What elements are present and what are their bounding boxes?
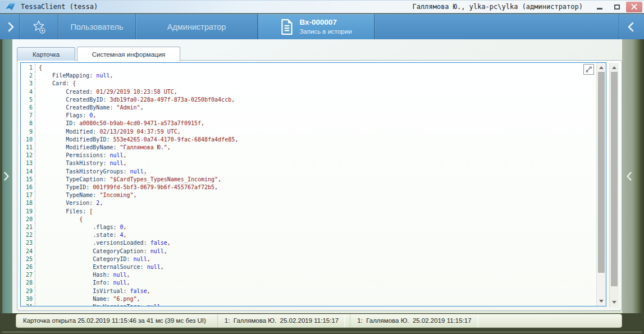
line-number: 24 [21, 248, 35, 255]
line-text: IsVirtual: false, [35, 287, 150, 295]
line-number: 15 [21, 176, 35, 184]
line-number: 28 [21, 279, 35, 287]
line-text: .versionsLoaded: false, [35, 239, 171, 247]
code-line: 17 TypeName: "Incoming", [21, 191, 596, 199]
code-line: 4 Created: 01/29/2019 10:23:58 UTC, [21, 88, 596, 96]
line-number: 10 [21, 136, 35, 144]
line-text: TypeName: "Incoming", [35, 191, 137, 199]
right-panel-expander[interactable] [622, 39, 644, 313]
left-panel-expander[interactable] [0, 39, 12, 313]
code-line: 10 ModifiedByID: 553e4265-0a74-4170-9fac… [21, 136, 596, 144]
close-button[interactable] [626, 2, 642, 12]
code-line: 18 Version: 2, [21, 199, 596, 207]
scroll-up-icon[interactable] [612, 66, 616, 69]
code-line: 2 FileMapping: null, [21, 72, 596, 80]
line-number: 23 [21, 239, 35, 247]
nav-forward-button[interactable] [2, 14, 19, 39]
line-number: 26 [21, 263, 35, 271]
title-bar: TessaClient (tessa) Галлямова Ю., ylka-p… [0, 0, 644, 13]
minimize-icon [597, 8, 602, 10]
line-text: TaskHistoryGroups: null, [35, 168, 147, 176]
line-text: ModifiedByName: "Галлямова Ю.", [35, 144, 171, 152]
line-text: .flags: 0, [35, 223, 127, 231]
toolbar-tab-card-active[interactable]: Вх-000007 Запись в истории [258, 14, 374, 39]
maximize-button[interactable] [609, 2, 625, 12]
line-text: Card: { [35, 80, 76, 88]
line-number: 4 [21, 88, 35, 96]
toolbar-tab-admin[interactable]: Администратор [136, 14, 257, 39]
nav-back-button[interactable] [619, 14, 642, 39]
line-number: 25 [21, 255, 35, 263]
chevron-right-icon [8, 22, 14, 32]
page-scrollbar[interactable] [609, 63, 619, 307]
line-text: TaskHistory: null, [35, 159, 127, 167]
line-number: 30 [21, 295, 35, 303]
minimize-button[interactable] [591, 2, 608, 12]
line-text: FileMapping: null, [35, 72, 113, 80]
code-line: 5 CreatedByID: 3db19fa0-228a-497f-873a-0… [21, 96, 596, 104]
line-text: ID: a0080c50-b9ab-4cd0-9471-a573a7f0915f… [35, 120, 204, 127]
code-editor[interactable]: 1{2 FileMapping: null,3 Card: {4 Created… [20, 62, 606, 306]
line-text: Modified: 02/13/2019 04:37:59 UTC, [35, 128, 181, 136]
code-line: 13 TaskHistory: null, [21, 159, 596, 167]
close-icon [631, 4, 637, 10]
line-text: Hash: null, [35, 271, 130, 279]
line-text: CreatedByID: 3db19fa0-228a-497f-873a-025… [35, 96, 235, 104]
scroll-down-icon[interactable] [612, 301, 616, 304]
user-info: Галлямова Ю., ylka-pc\ylka (администрато… [413, 3, 583, 11]
line-text: Flags: 0, [35, 112, 96, 120]
expand-editor-button[interactable] [583, 64, 594, 75]
line-number: 8 [21, 120, 35, 127]
code-line: 23 .versionsLoaded: false, [21, 239, 596, 247]
maximize-icon [614, 4, 620, 10]
add-favorite-button[interactable] [20, 14, 58, 39]
status-history-1: 1: Галлямова Ю. 25.02.2019 11:15:17 [217, 314, 345, 327]
line-number: 31 [21, 303, 35, 306]
code-line: 8 ID: a0080c50-b9ab-4cd0-9471-a573a7f091… [21, 120, 596, 127]
status-history-2: 1: Галлямова Ю. 25.02.2019 11:15:17 [350, 314, 478, 327]
tab-strip: Карточка Системная информация [17, 47, 180, 61]
line-text: ModifiedByID: 553e4265-0a74-4170-9fac-68… [35, 136, 238, 144]
code-line: 16 TypeID: 001f99fd-5bf3-0679-9b6f-45576… [21, 184, 596, 191]
code-line: 30 Name: "6.png", [21, 295, 596, 303]
code-line: 14 TaskHistoryGroups: null, [21, 168, 596, 176]
code-line: 19 Files: [ [21, 208, 596, 216]
line-text: Created: 01/29/2019 10:23:58 UTC, [35, 88, 177, 96]
line-number: 20 [21, 216, 35, 223]
tab-system-info[interactable]: Системная информация [77, 47, 180, 61]
line-number: 19 [21, 208, 35, 216]
code-line: 1{ [21, 64, 596, 72]
scrollbar-thumb[interactable] [611, 72, 618, 286]
scroll-up-icon[interactable] [599, 66, 604, 69]
line-number: 27 [21, 271, 35, 279]
line-text: { [35, 216, 83, 223]
code-line: 15 TypeCaption: "$CardTypes_TypesNames_I… [21, 176, 596, 184]
line-text: ExternalSource: null, [35, 263, 164, 271]
window-title: TessaClient (tessa) [21, 3, 98, 11]
tab-label: Карточка [33, 51, 60, 58]
code-line: 31 NewVersionTags: null, [21, 303, 596, 306]
star-add-icon [31, 19, 47, 34]
card-subtitle: Запись в истории [299, 28, 351, 35]
scrollbar-thumb[interactable] [598, 72, 605, 273]
line-number: 3 [21, 80, 35, 88]
line-text: TypeCaption: "$CardTypes_TypesNames_Inco… [35, 176, 221, 184]
line-text: { [35, 64, 42, 72]
toolbar-tab-user[interactable]: Пользователь [58, 14, 135, 39]
line-text: Files: [ [35, 208, 93, 216]
tessa-logo-icon [5, 3, 16, 11]
toolbar: Пользователь Администратор Вх-000007 Зап… [0, 14, 644, 39]
line-number: 5 [21, 96, 35, 104]
scroll-down-icon[interactable] [599, 300, 604, 303]
code-line: 11 ModifiedByName: "Галлямова Ю.", [21, 144, 596, 152]
editor-scrollbar[interactable] [596, 63, 606, 306]
toolbar-tab-label: Пользователь [70, 22, 123, 31]
line-text: NewVersionTags: null, [35, 303, 164, 306]
line-number: 7 [21, 112, 35, 120]
code-line: 27 Hash: null, [21, 271, 596, 279]
main-area: Карточка Системная информация 1{2 FileMa… [0, 39, 644, 313]
code-line: 28 Info: null, [21, 279, 596, 287]
line-number: 14 [21, 168, 35, 176]
tab-card[interactable]: Карточка [17, 47, 75, 61]
line-text: Name: "6.png", [35, 295, 140, 303]
